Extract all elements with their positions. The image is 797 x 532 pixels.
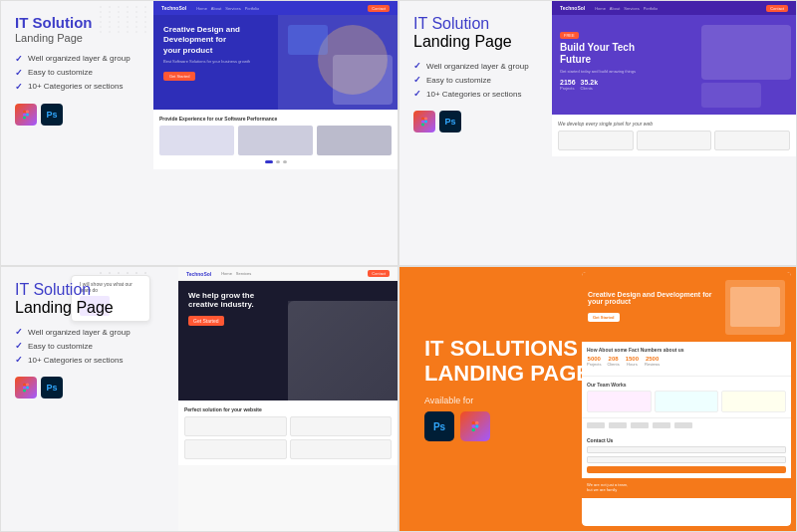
svg-rect-17 — [472, 424, 476, 428]
q4-hero-img-area — [725, 280, 785, 335]
q1-nav-cta: Contact — [368, 5, 390, 12]
check-icon-q3-3: ✓ — [15, 355, 23, 365]
q3-card-3 — [184, 439, 287, 459]
q3-feature-2-text: Easy to customize — [28, 342, 93, 351]
q4-footer-text-2: but we are family — [587, 487, 786, 492]
quadrant-top-left: IT Solution Landing Page ✓ Well organize… — [0, 0, 398, 266]
q3-title-landing: Landing Page — [15, 299, 131, 317]
q3-info-panel: IT Solution Landing Page ✓ Well organize… — [15, 281, 131, 399]
q4-stat-3-label: Hours — [626, 362, 639, 367]
figma-icon-q2 — [413, 111, 435, 133]
q1-hero-heading: Creative Design and Development for your… — [163, 25, 243, 56]
q4-contact-title: Contact Us — [587, 437, 786, 443]
q3-feature-1: ✓ Well organized layer & group — [15, 327, 131, 337]
q1-hero-btn: Get Started — [163, 72, 195, 81]
q3-feature-2: ✓ Easy to customize — [15, 341, 131, 351]
svg-rect-12 — [23, 387, 26, 390]
q2-stat-1: 2156 Projects — [560, 79, 576, 91]
q1-feature-2-text: Easy to customize — [28, 68, 93, 77]
q4-main-text: IT SOLUTIONS LANDING PAGE Available for … — [424, 336, 591, 442]
q4-title-line2: LANDING PAGE — [424, 361, 591, 386]
check-icon-2: ✓ — [15, 68, 23, 78]
q2-title-it: IT Solution — [413, 15, 529, 33]
q2-preview: TechnoSol Home About Services Portfolio … — [552, 1, 796, 265]
q2-hero-sub: Get started today and build amazing thin… — [560, 69, 640, 74]
q2-hero-heading: Build Your Tech Future — [560, 42, 660, 66]
q4-hero-text-area: Creative Design and Development for your… — [588, 291, 721, 323]
q1-feature-1-text: Well organized layer & group — [28, 54, 131, 63]
q4-logos-row — [582, 417, 791, 432]
q2-mini-cards — [558, 131, 790, 150]
q4-logo-3 — [631, 422, 649, 428]
q4-hero-h: Creative Design and Development for your… — [588, 291, 721, 305]
q4-logo-2 — [609, 422, 627, 428]
q2-stat-1-num: 2156 — [560, 79, 576, 86]
q2-body-text: We develop every single pixel for your w… — [558, 121, 790, 127]
q4-stats-row: 5000 Projects 208 Clients 1500 Hours 250… — [587, 356, 786, 367]
svg-point-4 — [26, 113, 29, 116]
q4-stat-3: 1500 Hours — [626, 356, 639, 367]
check-icon-1: ✓ — [15, 54, 23, 64]
q4-input-email — [587, 456, 786, 463]
q1-img-3 — [317, 126, 392, 155]
q1-feature-3: ✓ 10+ Categories or sections — [15, 82, 131, 92]
q4-logo-5 — [674, 422, 692, 428]
svg-rect-15 — [472, 421, 476, 425]
svg-rect-7 — [421, 121, 424, 124]
q2-inner: TechnoSol Home About Services Portfolio … — [552, 1, 796, 265]
q3-feature-3-text: 10+ Categories or sections — [28, 356, 123, 365]
q4-input-name — [587, 446, 786, 453]
q4-team-title: Our Team Works — [587, 382, 786, 388]
q3-nav-item: Home — [221, 271, 232, 276]
q2-hero: FREE Build Your Tech Future Get started … — [552, 15, 796, 115]
svg-rect-6 — [424, 118, 427, 121]
check-icon-q3-1: ✓ — [15, 327, 23, 337]
q2-feature-2: ✓ Easy to customize — [413, 75, 529, 85]
svg-point-9 — [424, 121, 427, 124]
svg-rect-1 — [26, 110, 29, 113]
q4-hero-cta: Get Started — [588, 313, 620, 322]
q2-hero-img-2 — [701, 83, 761, 108]
q1-feature-1: ✓ Well organized layer & group — [15, 54, 131, 64]
q4-tool-icons: Ps — [424, 411, 591, 441]
q1-preview-inner: TechnoSol Home About Services Portfolio … — [153, 1, 398, 265]
q1-features: ✓ Well organized layer & group ✓ Easy to… — [15, 54, 131, 92]
q1-hero-image — [278, 15, 398, 110]
q4-stats-title: How About some Fact Numbers about us — [587, 347, 786, 353]
q2-feature-3-text: 10+ Categories or sections — [426, 90, 521, 99]
q4-team-section: Our Team Works — [582, 376, 791, 417]
q3-card-2 — [290, 416, 393, 436]
svg-rect-2 — [23, 113, 26, 116]
q2-body: We develop every single pixel for your w… — [552, 115, 796, 156]
q2-info-panel: IT Solution Landing Page ✓ Well organize… — [413, 15, 529, 133]
q4-title-line1: IT SOLUTIONS — [424, 336, 591, 361]
q2-mini-card-3 — [714, 131, 790, 150]
q2-feature-2-text: Easy to customize — [426, 76, 491, 85]
q3-nav-cta: Contact — [368, 270, 390, 277]
q3-feature-3: ✓ 10+ Categories or sections — [15, 355, 131, 365]
q1-preview: TechnoSol Home About Services Portfolio … — [153, 1, 398, 265]
q1-nav: TechnoSol Home About Services Portfolio … — [153, 1, 398, 15]
svg-rect-0 — [23, 110, 26, 113]
q2-badge: FREE — [560, 32, 579, 39]
q2-navitem-3: Services — [624, 6, 639, 11]
q1-img-2 — [238, 126, 313, 155]
q1-feature-2: ✓ Easy to customize — [15, 68, 131, 78]
q1-tool-icons: Ps — [15, 104, 131, 126]
check-icon-3: ✓ — [15, 82, 23, 92]
quadrant-top-right: IT Solution Landing Page ✓ Well organize… — [398, 0, 797, 266]
q1-title-it: IT Solution — [15, 15, 131, 32]
svg-rect-18 — [472, 428, 476, 432]
q3-nav-logo: TechnoSol — [186, 271, 211, 277]
figma-icon-q4 — [460, 411, 490, 441]
q3-hero-image — [288, 301, 398, 400]
q3-lower: Perfect solution for your website — [178, 400, 398, 465]
q3-card-4 — [290, 439, 393, 459]
check-icon-q2-2: ✓ — [413, 75, 421, 85]
q2-feature-1: ✓ Well organized layer & group — [413, 61, 529, 71]
figma-icon-q1 — [15, 104, 37, 126]
svg-rect-11 — [26, 384, 29, 387]
q1-navitem-2: About — [211, 6, 221, 11]
ps-icon-q1: Ps — [41, 104, 63, 126]
ps-icon-q2: Ps — [439, 111, 461, 133]
